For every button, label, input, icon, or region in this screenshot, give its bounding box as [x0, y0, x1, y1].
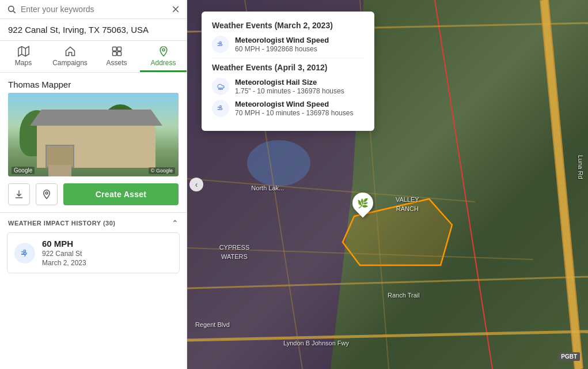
map-area[interactable]: 🌿 E Sandy Lake Rd North Lak... CYPRESSWA… — [187, 0, 588, 369]
address-display: 922 Canal St, Irving, TX 75063, USA — [0, 19, 187, 41]
tab-maps-label: Maps — [15, 59, 32, 67]
popup-event2-wind-detail: 70 MPH - 10 minutes - 136978 houses — [235, 109, 353, 117]
map-background: 🌿 E Sandy Lake Rd North Lak... CYPRESSWA… — [187, 0, 588, 369]
search-icon[interactable] — [7, 5, 16, 14]
street-view-image: Google © Google — [8, 93, 179, 176]
svg-marker-4 — [18, 47, 28, 57]
svg-rect-9 — [117, 47, 121, 51]
popup-event2-hail: Meteorologist Hail Size 1.75" - 10 minut… — [212, 78, 364, 95]
map-pin: 🌿 — [352, 193, 373, 213]
weather-address: 922 Canal St — [42, 250, 86, 258]
map-popup: Weather Events (March 2, 2023) Meteorolo… — [202, 12, 374, 131]
svg-line-1 — [13, 11, 16, 13]
tab-campaigns-label: Campaigns — [52, 59, 88, 67]
svg-point-26 — [219, 89, 219, 89]
search-bar — [0, 0, 187, 19]
create-asset-button[interactable]: Create Asset — [63, 183, 179, 205]
google-copyright: © Google — [149, 167, 175, 174]
svg-line-18 — [187, 277, 588, 288]
svg-line-24 — [187, 179, 475, 202]
weather-card-info: 60 MPH 922 Canal St March 2, 2023 — [42, 239, 86, 267]
svg-point-14 — [45, 192, 48, 194]
tab-address-label: Address — [150, 59, 176, 67]
close-icon[interactable] — [172, 5, 180, 13]
popup-divider — [212, 58, 364, 58]
tab-address[interactable]: Address — [140, 41, 187, 72]
google-logo: Google — [12, 167, 35, 174]
svg-line-19 — [187, 332, 588, 340]
weather-section-title: WEATHER IMPACT HISTORY (30) — [8, 220, 115, 227]
svg-point-12 — [162, 48, 164, 51]
svg-point-27 — [220, 89, 221, 89]
svg-marker-7 — [66, 47, 74, 56]
popup-event1-wind-name: Meteorologist Wind Speed — [235, 36, 329, 44]
wind-speed-icon — [212, 36, 229, 53]
popup-event2-title: Weather Events (April 3, 2012) — [212, 63, 364, 72]
weather-date: March 2, 2023 — [42, 259, 86, 267]
svg-rect-10 — [112, 52, 116, 56]
tab-assets-label: Assets — [106, 59, 127, 67]
popup-event1-wind-detail: 60 MPH - 1992868 houses — [235, 45, 329, 53]
chevron-up-icon[interactable]: ⌃ — [172, 219, 179, 228]
popup-event2-wind-name: Meteorologist Wind Speed — [235, 100, 353, 108]
popup-event2-hail-text: Meteorologist Hail Size 1.75" - 10 minut… — [235, 78, 344, 95]
tabs: Maps Campaigns Assets Address — [0, 41, 187, 73]
svg-point-0 — [9, 6, 14, 12]
pgbt-badge: PGBT — [558, 352, 580, 361]
weather-speed: 60 MPH — [42, 239, 86, 248]
weather-card-1: 60 MPH 922 Canal St March 2, 2023 — [7, 232, 180, 273]
hail-icon — [212, 78, 229, 95]
tab-assets[interactable]: Assets — [93, 41, 140, 72]
popup-event1-title: Weather Events (March 2, 2023) — [212, 21, 364, 30]
svg-line-21 — [544, 0, 579, 369]
wind-speed-icon-2 — [212, 100, 229, 117]
location-pin-button[interactable] — [36, 183, 58, 205]
map-pin-logo: 🌿 — [357, 198, 369, 209]
svg-rect-8 — [112, 47, 116, 51]
popup-event2-hail-name: Meteorologist Hail Size — [235, 78, 344, 86]
download-button[interactable] — [8, 183, 30, 205]
left-panel: 922 Canal St, Irving, TX 75063, USA Maps… — [0, 0, 187, 369]
popup-event1-wind-text: Meteorologist Wind Speed 60 MPH - 199286… — [235, 36, 329, 53]
action-row: Create Asset — [0, 176, 187, 212]
svg-line-25 — [187, 248, 533, 259]
tab-maps[interactable]: Maps — [0, 41, 47, 72]
wind-icon — [14, 243, 35, 263]
weather-section-header: WEATHER IMPACT HISTORY (30) ⌃ — [0, 212, 187, 232]
tab-campaigns[interactable]: Campaigns — [47, 41, 93, 72]
svg-rect-11 — [117, 52, 121, 56]
popup-event1-wind: Meteorologist Wind Speed 60 MPH - 199286… — [212, 36, 364, 53]
popup-event2-wind-text: Meteorologist Wind Speed 70 MPH - 10 min… — [235, 100, 353, 117]
user-name: Thomas Mapper — [0, 73, 187, 93]
search-input[interactable] — [21, 5, 167, 14]
popup-event2-wind: Meteorologist Wind Speed 70 MPH - 10 min… — [212, 100, 364, 117]
svg-point-28 — [222, 89, 222, 89]
popup-event2-hail-detail: 1.75" - 10 minutes - 136978 houses — [235, 87, 344, 95]
map-collapse-button[interactable]: ‹ — [189, 178, 203, 191]
